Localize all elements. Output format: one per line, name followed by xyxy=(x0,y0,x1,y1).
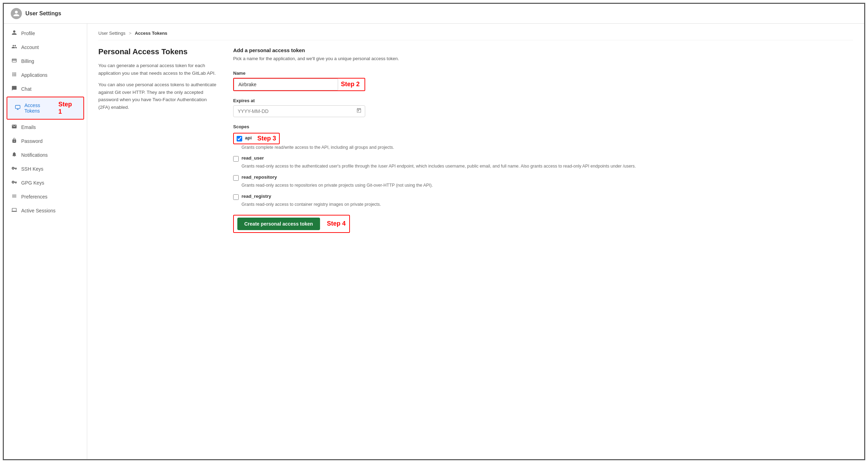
sidebar: Profile Account Billing Applications xyxy=(4,24,87,459)
gpg-keys-icon xyxy=(11,179,18,186)
sidebar-item-password[interactable]: Password xyxy=(4,134,87,148)
sidebar-item-billing[interactable]: Billing xyxy=(4,54,87,68)
notifications-icon xyxy=(11,152,18,159)
read-registry-scope-name: read_registry xyxy=(241,194,271,199)
breadcrumb-current: Access Tokens xyxy=(135,31,167,36)
sidebar-item-label: Emails xyxy=(21,124,36,130)
step1-label: Step 1 xyxy=(58,101,76,115)
sidebar-item-emails[interactable]: Emails xyxy=(4,120,87,134)
emails-icon xyxy=(11,124,18,131)
sidebar-item-gpg-keys[interactable]: GPG Keys xyxy=(4,176,87,190)
page-header-title: User Settings xyxy=(25,10,61,17)
sidebar-item-active-sessions[interactable]: Active Sessions xyxy=(4,204,87,218)
user-avatar-icon xyxy=(11,8,22,19)
page-description: You can generate a personal access token… xyxy=(98,62,216,111)
form-section-subtitle: Pick a name for the application, and we'… xyxy=(233,55,853,62)
sidebar-item-label: Billing xyxy=(21,58,34,64)
billing-icon xyxy=(11,58,18,65)
api-scope-highlight: api Step 3 xyxy=(233,133,280,144)
step4-label: Step 4 xyxy=(327,220,346,227)
name-label: Name xyxy=(233,71,853,76)
left-column: Personal Access Tokens You can generate … xyxy=(98,47,216,233)
sidebar-item-label: Notifications xyxy=(21,152,48,158)
access-tokens-icon xyxy=(14,105,21,112)
page-title: Personal Access Tokens xyxy=(98,47,216,56)
scope-item-read-user: read_user Grants read-only access to the… xyxy=(233,155,853,170)
scopes-label: Scopes xyxy=(233,124,853,129)
sidebar-item-preferences[interactable]: Preferences xyxy=(4,190,87,204)
profile-icon xyxy=(11,30,18,37)
step3-label: Step 3 xyxy=(257,135,276,142)
read-registry-scope-row: read_registry xyxy=(233,194,853,200)
api-checkbox[interactable] xyxy=(237,136,242,141)
sidebar-item-label: Applications xyxy=(21,72,48,78)
sidebar-item-chat[interactable]: Chat xyxy=(4,82,87,96)
sidebar-item-label: Active Sessions xyxy=(21,208,56,213)
sidebar-item-profile[interactable]: Profile xyxy=(4,26,87,40)
sidebar-item-ssh-keys[interactable]: SSH Keys xyxy=(4,162,87,176)
breadcrumb: User Settings > Access Tokens xyxy=(98,31,853,40)
preferences-icon xyxy=(11,193,18,200)
read-repository-scope-name: read_repository xyxy=(241,174,277,180)
active-sessions-icon xyxy=(11,207,18,214)
expires-label: Expires at xyxy=(233,98,853,103)
create-token-button[interactable]: Create personal access token xyxy=(237,218,320,230)
sidebar-item-label: Access Tokens xyxy=(24,103,56,114)
sidebar-item-applications[interactable]: Applications xyxy=(4,68,87,82)
ssh-keys-icon xyxy=(11,165,18,172)
name-input[interactable] xyxy=(234,79,338,90)
account-icon xyxy=(11,44,18,51)
expires-form-group: Expires at xyxy=(233,98,853,117)
description-para-2: You can also use personal access tokens … xyxy=(98,81,216,111)
read-repository-scope-row: read_repository xyxy=(233,174,853,181)
scope-item-read-repository: read_repository Grants read-only access … xyxy=(233,174,853,189)
api-scope-name: api xyxy=(245,135,252,140)
read-user-scope-desc: Grants read-only access to the authentic… xyxy=(241,163,853,170)
read-user-scope-row: read_user xyxy=(233,155,853,162)
chat-icon xyxy=(11,86,18,92)
breadcrumb-separator: > xyxy=(129,31,132,36)
sidebar-item-label: Password xyxy=(21,138,42,144)
read-user-checkbox[interactable] xyxy=(233,156,239,162)
scope-item-read-registry: read_registry Grants read-only access to… xyxy=(233,194,853,208)
top-header: User Settings xyxy=(4,4,864,24)
content-area: User Settings > Access Tokens Personal A… xyxy=(87,24,864,459)
create-button-highlight: Create personal access token Step 4 xyxy=(233,215,350,233)
read-repository-checkbox[interactable] xyxy=(233,175,239,181)
sidebar-item-account[interactable]: Account xyxy=(4,40,87,54)
calendar-icon xyxy=(356,108,362,115)
password-icon xyxy=(11,138,18,145)
applications-icon xyxy=(11,72,18,79)
sidebar-item-label: GPG Keys xyxy=(21,180,44,186)
sidebar-item-access-tokens[interactable]: Access Tokens Step 1 xyxy=(7,97,83,119)
read-repository-scope-desc: Grants read-only access to repositories … xyxy=(241,182,853,189)
expires-input[interactable] xyxy=(233,105,365,117)
sidebar-item-label: Account xyxy=(21,44,39,50)
access-tokens-highlight-wrapper: Access Tokens Step 1 xyxy=(7,97,84,120)
scope-item-api: api Step 3 Grants complete read/write ac… xyxy=(233,133,853,151)
name-input-highlight: Step 2 xyxy=(233,78,365,91)
read-user-scope-name: read_user xyxy=(241,155,264,161)
breadcrumb-parent[interactable]: User Settings xyxy=(98,31,125,36)
api-scope-row: api xyxy=(237,135,252,141)
read-registry-scope-desc: Grants read-only access to container reg… xyxy=(241,201,853,208)
svg-rect-0 xyxy=(15,105,20,108)
name-form-group: Name Step 2 xyxy=(233,71,853,91)
sidebar-item-label: SSH Keys xyxy=(21,166,43,172)
expires-input-wrapper xyxy=(233,105,365,117)
sidebar-item-label: Profile xyxy=(21,31,35,36)
scopes-form-group: Scopes api Step 3 xyxy=(233,124,853,208)
form-section-title: Add a personal access token xyxy=(233,47,853,53)
read-registry-checkbox[interactable] xyxy=(233,194,239,200)
sidebar-item-label: Preferences xyxy=(21,194,47,200)
description-para-1: You can generate a personal access token… xyxy=(98,62,216,77)
sidebar-item-label: Chat xyxy=(21,86,32,92)
api-scope-desc: Grants complete read/write access to the… xyxy=(241,144,853,151)
step2-label: Step 2 xyxy=(341,81,360,88)
right-column: Add a personal access token Pick a name … xyxy=(233,47,853,233)
sidebar-item-notifications[interactable]: Notifications xyxy=(4,148,87,162)
